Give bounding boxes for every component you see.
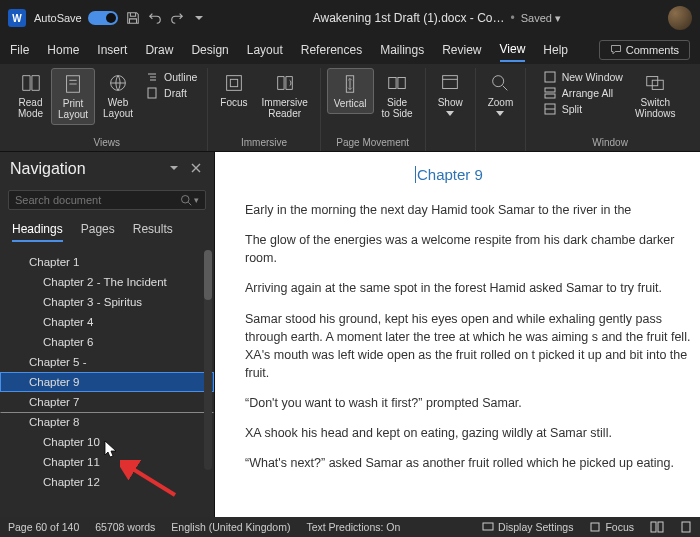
heading-item[interactable]: Chapter 10 <box>0 432 214 452</box>
zoom-icon <box>489 72 511 94</box>
doc-paragraph: Samar stood his ground, kept his eyes op… <box>245 310 700 383</box>
view-print-icon[interactable] <box>680 521 692 533</box>
search-input[interactable] <box>15 194 180 206</box>
doc-paragraph: The glow of the energies was a welcome r… <box>245 231 700 267</box>
svg-rect-4 <box>148 88 156 98</box>
display-settings-button[interactable]: Display Settings <box>482 521 573 533</box>
web-layout-icon <box>107 72 129 94</box>
close-icon[interactable] <box>190 162 204 176</box>
ribbon-group-immersive: Focus Immersive Reader Immersive <box>208 68 320 151</box>
print-layout-icon <box>62 73 84 95</box>
svg-rect-24 <box>651 522 656 532</box>
new-window-icon <box>543 70 557 84</box>
nav-tab-results[interactable]: Results <box>133 222 173 242</box>
user-avatar[interactable] <box>668 6 692 30</box>
side-to-side-icon <box>386 72 408 94</box>
nav-tab-headings[interactable]: Headings <box>12 222 63 242</box>
svg-rect-26 <box>682 522 690 532</box>
immersive-reader-button[interactable]: Immersive Reader <box>256 68 314 123</box>
tab-references[interactable]: References <box>301 39 362 61</box>
group-label-page-movement: Page Movement <box>336 135 409 151</box>
switch-windows-button[interactable]: Switch Windows <box>629 68 682 123</box>
chevron-down-icon[interactable] <box>168 162 182 176</box>
display-settings-icon <box>482 521 494 533</box>
undo-icon[interactable] <box>148 11 162 25</box>
show-icon <box>439 72 461 94</box>
word-app-icon: W <box>8 9 26 27</box>
vertical-button[interactable]: Vertical <box>327 68 374 114</box>
tab-design[interactable]: Design <box>191 39 228 61</box>
heading-item[interactable]: Chapter 7 <box>0 392 214 412</box>
tab-insert[interactable]: Insert <box>97 39 127 61</box>
tab-home[interactable]: Home <box>47 39 79 61</box>
heading-item[interactable]: Chapter 3 - Spiritus <box>0 292 214 312</box>
redo-icon[interactable] <box>170 11 184 25</box>
heading-item[interactable]: Chapter 11 <box>0 452 214 472</box>
comments-button[interactable]: Comments <box>599 40 690 60</box>
tab-help[interactable]: Help <box>543 39 568 61</box>
show-dropdown[interactable]: Show <box>432 68 469 120</box>
autosave-toggle-icon[interactable] <box>88 11 118 25</box>
heading-item[interactable]: Chapter 2 - The Incident <box>0 272 214 292</box>
side-to-side-button[interactable]: Side to Side <box>376 68 419 123</box>
heading-item[interactable]: Chapter 1 <box>0 252 214 272</box>
group-label-window: Window <box>592 135 628 151</box>
tab-view[interactable]: View <box>500 38 526 62</box>
saved-status[interactable]: Saved ▾ <box>521 12 561 25</box>
heading-item[interactable]: Chapter 6 <box>0 332 214 352</box>
document-title: Awakening 1st Draft (1).docx - Co… • Sav… <box>214 11 660 25</box>
document-canvas[interactable]: Chapter 9 Early in the morning the next … <box>215 152 700 517</box>
vertical-icon <box>339 73 361 95</box>
navigation-title: Navigation <box>10 160 160 178</box>
heading-item[interactable]: Chapter 8 <box>0 412 214 432</box>
focus-mode-button[interactable]: Focus <box>589 521 634 533</box>
status-words[interactable]: 65708 words <box>95 521 155 533</box>
new-window-button[interactable]: New Window <box>543 70 623 84</box>
focus-button[interactable]: Focus <box>214 68 253 112</box>
ribbon: Read Mode Print Layout Web Layout Outlin… <box>0 64 700 152</box>
svg-rect-23 <box>591 523 599 531</box>
tab-mailings[interactable]: Mailings <box>380 39 424 61</box>
group-label-views: Views <box>93 135 120 151</box>
svg-rect-15 <box>545 94 555 98</box>
read-mode-button[interactable]: Read Mode <box>12 68 49 123</box>
nav-tab-pages[interactable]: Pages <box>81 222 115 242</box>
split-button[interactable]: Split <box>543 102 623 116</box>
view-read-icon[interactable] <box>650 521 664 533</box>
doc-paragraph: XA shook his head and kept on eating, ga… <box>245 424 700 442</box>
autosave-control[interactable]: AutoSave <box>34 11 118 25</box>
comment-icon <box>610 44 622 56</box>
status-language[interactable]: English (United Kingdom) <box>171 521 290 533</box>
web-layout-button[interactable]: Web Layout <box>97 68 139 123</box>
doc-paragraph: Arriving again at the same spot in the f… <box>245 279 700 297</box>
tab-layout[interactable]: Layout <box>247 39 283 61</box>
ribbon-group-zoom: Zoom <box>476 68 527 151</box>
svg-rect-25 <box>658 522 663 532</box>
save-icon[interactable] <box>126 11 140 25</box>
status-page[interactable]: Page 60 of 140 <box>8 521 79 533</box>
search-icon <box>180 194 192 206</box>
qat-dropdown-icon[interactable] <box>192 11 206 25</box>
heading-item[interactable]: Chapter 4 <box>0 312 214 332</box>
draft-icon <box>145 86 159 100</box>
heading-item[interactable]: Chapter 9 <box>0 372 214 392</box>
tab-review[interactable]: Review <box>442 39 481 61</box>
navigation-pane: Navigation ▾ Headings Pages Results Chap… <box>0 152 215 517</box>
switch-windows-icon <box>644 72 666 94</box>
arrange-all-button[interactable]: Arrange All <box>543 86 623 100</box>
status-predictions[interactable]: Text Predictions: On <box>306 521 400 533</box>
heading-item[interactable]: Chapter 12 <box>0 472 214 492</box>
tab-draw[interactable]: Draw <box>145 39 173 61</box>
group-label-immersive: Immersive <box>241 135 287 151</box>
zoom-dropdown[interactable]: Zoom <box>482 68 520 120</box>
split-icon <box>543 102 557 116</box>
scrollbar-thumb[interactable] <box>204 250 212 300</box>
outline-button[interactable]: Outline <box>145 70 197 84</box>
heading-item[interactable]: Chapter 5 - <box>0 352 214 372</box>
chevron-down-icon <box>496 111 504 116</box>
draft-button[interactable]: Draft <box>145 86 197 100</box>
tab-file[interactable]: File <box>10 39 29 61</box>
chevron-down-icon <box>446 111 454 116</box>
print-layout-button[interactable]: Print Layout <box>51 68 95 125</box>
search-box[interactable]: ▾ <box>8 190 206 210</box>
